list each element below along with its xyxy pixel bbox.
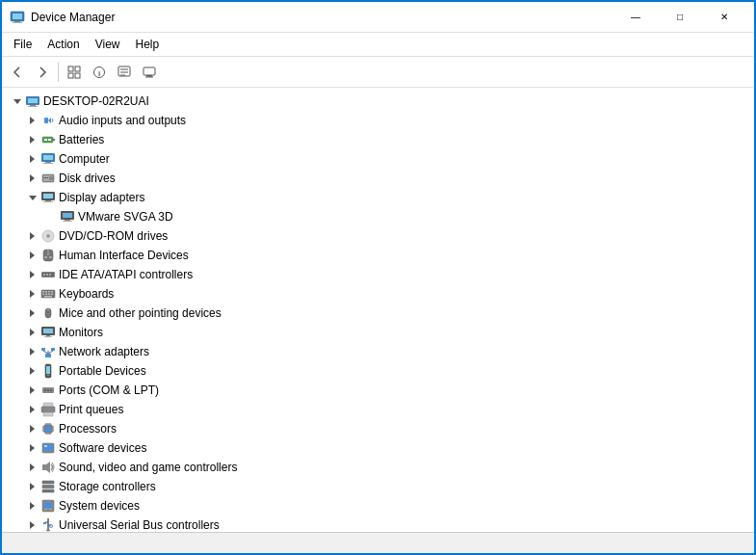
root-expander[interactable] [10,93,25,109]
tree-item-monitors[interactable]: Monitors [2,323,754,342]
tree-item-dvd[interactable]: DVD/CD-ROM drives [2,226,754,246]
monitor-button[interactable] [138,61,161,84]
svg-rect-106 [42,464,46,470]
network-expander[interactable] [25,344,40,359]
back-button[interactable] [6,61,29,84]
tree-item-vmware[interactable]: VMware SVGA 3D [2,207,754,226]
tree-item-hid[interactable]: Human Interface Devices [2,246,754,265]
minimize-button[interactable]: — [613,4,658,31]
processors-expander[interactable] [25,421,40,436]
tree-item-sound[interactable]: Sound, video and game controllers [2,458,754,477]
maximize-button[interactable]: □ [658,4,702,31]
tree-item-ide[interactable]: IDE ATA/ATAPI controllers [2,265,754,284]
tree-content[interactable]: DESKTOP-02R2UAI Audio inputs and outputs… [2,88,754,532]
ide-label: IDE ATA/ATAPI controllers [59,268,193,281]
portable-icon [40,363,56,379]
svg-rect-70 [46,335,50,336]
tree-item-batteries[interactable]: Batteries [2,130,754,149]
display-expander[interactable] [25,190,40,205]
tree-item-ports[interactable]: Ports (COM & LPT) [2,381,754,400]
menu-action[interactable]: Action [39,35,87,54]
portable-expander[interactable] [25,363,40,379]
svg-rect-28 [45,162,51,163]
tree-item-portable[interactable]: Portable Devices [2,361,754,381]
system-icon [40,498,56,514]
show-all-button[interactable] [63,61,86,84]
svg-point-82 [44,389,46,391]
svg-rect-87 [43,412,53,416]
hid-expander[interactable] [25,248,40,263]
display-icon [40,190,56,205]
svg-rect-62 [48,294,50,296]
svg-rect-5 [75,66,80,71]
print-expander[interactable] [25,402,40,417]
storage-label: Storage controllers [59,480,156,493]
monitors-expander[interactable] [25,325,40,340]
tree-item-system[interactable]: System devices [2,496,754,515]
batteries-icon [40,132,56,147]
menu-help[interactable]: Help [128,35,168,54]
menu-file[interactable]: File [6,35,39,54]
svg-line-76 [43,351,48,354]
properties-button[interactable]: i [88,61,111,84]
batteries-expander[interactable] [25,132,40,147]
vmware-expander [40,209,56,225]
disk-expander[interactable] [25,171,40,186]
tree-item-usb[interactable]: Universal Serial Bus controllers [2,515,754,532]
audio-label: Audio inputs and outputs [59,114,186,127]
software-expander[interactable] [25,440,40,456]
svg-rect-7 [75,73,80,78]
tree-item-storage[interactable]: Storage controllers [2,477,754,496]
tree-item-network[interactable]: Network adapters [2,342,754,361]
sound-icon [40,460,56,475]
processors-label: Processors [59,422,117,436]
storage-expander[interactable] [25,479,40,494]
tree-item-audio[interactable]: Audio inputs and outputs [2,111,754,130]
tree-item-computer[interactable]: Computer [2,149,754,169]
window-controls: — □ ✕ [613,4,746,31]
system-expander[interactable] [25,498,40,514]
usb-expander[interactable] [25,517,40,532]
tree-item-print[interactable]: Print queues [2,400,754,419]
sound-expander[interactable] [25,460,40,475]
audio-expander[interactable] [25,113,40,128]
tree-item-mice[interactable]: Mice and other pointing devices [2,304,754,323]
tree-item-software[interactable]: Software devices [2,438,754,458]
tree-item-keyboards[interactable]: Keyboards [2,284,754,304]
storage-icon [40,479,56,494]
keyboards-expander[interactable] [25,286,40,302]
svg-rect-16 [145,76,153,77]
svg-point-110 [51,482,53,484]
hid-label: Human Interface Devices [59,249,189,262]
status-bar [2,532,754,553]
svg-rect-23 [53,139,55,141]
ide-expander[interactable] [25,267,40,282]
update-button[interactable] [113,61,136,84]
svg-rect-40 [63,213,72,218]
title-bar: Device Manager — □ ✕ [2,2,754,33]
svg-text:i: i [98,69,100,78]
disk-label: Disk drives [59,172,116,185]
ports-expander[interactable] [25,383,40,398]
menu-view[interactable]: View [88,35,128,54]
forward-button[interactable] [31,61,54,84]
tree-item-processors[interactable]: Processors [2,419,754,438]
tree-item-disk[interactable]: Disk drives [2,169,754,188]
dvd-expander[interactable] [25,228,40,244]
svg-rect-60 [42,294,44,296]
svg-rect-48 [44,256,47,258]
computer-label: Computer [59,152,110,166]
close-button[interactable]: ✕ [702,4,746,31]
svg-rect-19 [30,105,36,106]
mice-expander[interactable] [25,305,40,321]
title-bar-left: Device Manager [10,10,115,25]
tree-item-display[interactable]: Display adapters [2,188,754,207]
tree-root[interactable]: DESKTOP-02R2UAI [2,92,754,111]
svg-point-84 [50,389,52,391]
computer-expander[interactable] [25,151,40,167]
svg-rect-36 [43,194,53,198]
svg-point-80 [47,375,49,377]
svg-rect-42 [63,221,72,222]
svg-rect-74 [51,348,55,351]
svg-rect-63 [51,294,53,296]
